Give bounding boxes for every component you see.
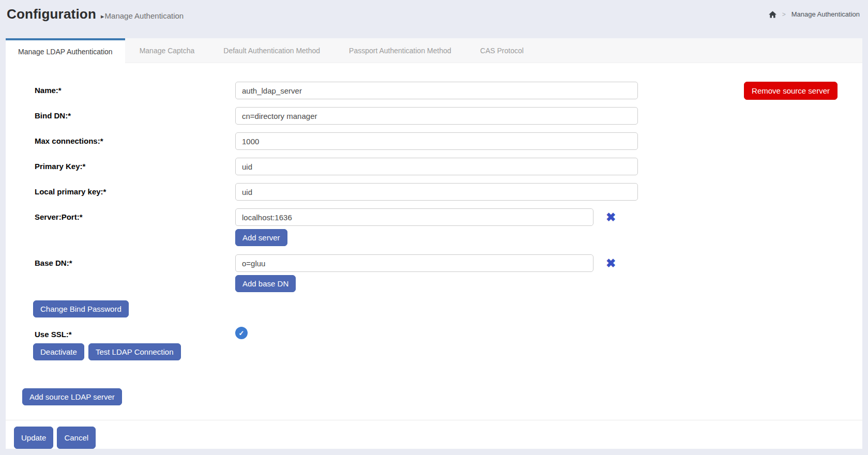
- name-row: Name:*: [6, 82, 862, 99]
- max-connections-input[interactable]: [235, 132, 638, 150]
- breadcrumb: > Manage Authentication: [769, 10, 860, 18]
- page-subtitle-text: Manage Authentication: [105, 11, 184, 20]
- server-port-label: Server:Port:*: [35, 208, 235, 246]
- base-dn-label: Base DN:*: [35, 254, 235, 292]
- primary-key-label: Primary Key:*: [35, 158, 235, 175]
- check-icon: ✓: [239, 329, 245, 337]
- server-port-input[interactable]: [235, 208, 593, 226]
- add-source-ldap-server-button[interactable]: Add source LDAP server: [22, 388, 122, 405]
- remove-source-server-button[interactable]: Remove source server: [744, 82, 837, 100]
- local-primary-key-row: Local primary key:*: [6, 183, 862, 201]
- change-bind-password-button[interactable]: Change Bind Password: [33, 300, 129, 317]
- tab-manage-captcha[interactable]: Manage Captcha: [125, 38, 209, 63]
- local-primary-key-label: Local primary key:*: [35, 183, 235, 201]
- name-input[interactable]: [235, 82, 638, 99]
- tab-default-authentication-method[interactable]: Default Authentication Method: [209, 38, 334, 63]
- breadcrumb-current[interactable]: Manage Authentication: [791, 10, 860, 18]
- name-label: Name:*: [35, 82, 235, 99]
- use-ssl-checkbox[interactable]: ✓: [235, 327, 248, 339]
- add-server-button[interactable]: Add server: [235, 229, 287, 246]
- change-bind-password-row: Change Bind Password: [6, 300, 862, 317]
- ldap-authentication-panel: Remove source server Name:* Bind DN:* Ma…: [6, 63, 862, 420]
- local-primary-key-input[interactable]: [235, 183, 638, 201]
- server-port-row: Server:Port:* ✖ Add server: [6, 208, 862, 246]
- caret-right-icon: ▸: [101, 12, 104, 20]
- base-dn-input[interactable]: [235, 254, 593, 272]
- action-buttons-row: Deactivate Test LDAP Connection: [6, 343, 862, 360]
- cancel-button[interactable]: Cancel: [57, 427, 96, 449]
- update-button[interactable]: Update: [14, 427, 53, 449]
- tab-passport-authentication-method[interactable]: Passport Authentication Method: [334, 38, 466, 63]
- tab-manage-ldap-authentication[interactable]: Manage LDAP Authentication: [6, 38, 125, 63]
- breadcrumb-separator: >: [782, 11, 786, 18]
- primary-key-row: Primary Key:*: [6, 158, 862, 175]
- form-footer: Update Cancel: [6, 420, 862, 449]
- tab-bar: Manage LDAP Authentication Manage Captch…: [6, 38, 862, 63]
- configuration-card: Manage LDAP Authentication Manage Captch…: [6, 38, 862, 449]
- page-subtitle: ▸Manage Authentication: [101, 11, 184, 20]
- use-ssl-label: Use SSL:*: [35, 326, 235, 339]
- test-ldap-connection-button[interactable]: Test LDAP Connection: [88, 343, 181, 360]
- home-icon[interactable]: [769, 11, 776, 18]
- page-title: Configuration: [7, 6, 96, 22]
- max-connections-row: Max connections:*: [6, 132, 862, 150]
- bind-dn-label: Bind DN:*: [35, 107, 235, 125]
- remove-base-dn-icon[interactable]: ✖: [606, 254, 616, 272]
- base-dn-row: Base DN:* ✖ Add base DN: [6, 254, 862, 292]
- add-source-row: Add source LDAP server: [6, 388, 862, 405]
- bind-dn-input[interactable]: [235, 107, 638, 125]
- max-connections-label: Max connections:*: [35, 132, 235, 150]
- bind-dn-row: Bind DN:*: [6, 107, 862, 125]
- use-ssl-row: Use SSL:* ✓: [6, 326, 862, 339]
- tab-cas-protocol[interactable]: CAS Protocol: [466, 38, 538, 63]
- add-base-dn-button[interactable]: Add base DN: [235, 275, 296, 292]
- page-header: Configuration ▸Manage Authentication > M…: [0, 0, 868, 38]
- remove-server-icon[interactable]: ✖: [606, 208, 616, 226]
- primary-key-input[interactable]: [235, 158, 638, 175]
- deactivate-button[interactable]: Deactivate: [33, 343, 84, 360]
